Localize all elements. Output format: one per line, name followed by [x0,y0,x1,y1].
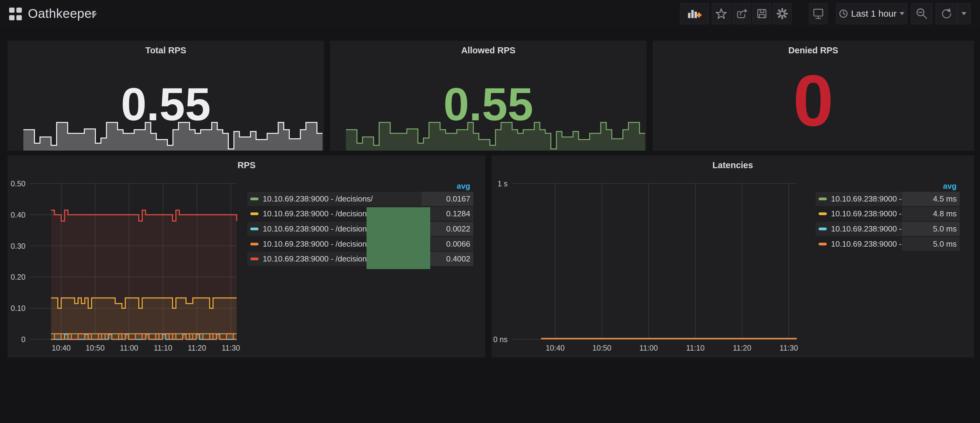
legend-swatch-icon[interactable] [250,243,258,246]
y-axis-label: 0 [0,336,25,343]
cycle-view-mode-button[interactable] [809,3,828,24]
legend-swatch-icon[interactable] [250,212,258,215]
y-axis-label: 0.30 [0,242,25,250]
y-axis-label: 0 ns [474,336,508,343]
time-range-label: Last 1 hour [851,8,897,19]
legend-series-avg: 4.5 ms [902,192,960,206]
legend-series-avg: 4.8 ms [902,207,960,221]
legend-swatch-icon[interactable] [819,228,827,230]
graph-panel-latencies: Latencies 0 ns1 s10:4010:5011:0011:1011:… [492,155,974,358]
add-panel-button[interactable] [680,3,709,24]
stat-panel-total-rps: Total RPS 0.55 [8,41,324,151]
zoom-out-icon [916,8,928,20]
legend-row: 10.10.69.238:9000 - /decisions/0.1284 [247,207,473,221]
legend-row: 10.10.69.238:9000 - /decisions/0.0167 [247,192,473,206]
panel-title[interactable]: Denied RPS [652,46,974,55]
legend-series-name[interactable]: 10.10.69.238:9000 - p99 [831,224,902,234]
dashboard-title[interactable]: Oathkeeper [28,6,96,21]
legend-row: 10.10.69.238:9000 - /decisions/0.4002 [247,252,473,266]
share-dashboard-button[interactable] [732,3,751,24]
legend-swatch-icon[interactable] [819,243,827,246]
panel-title[interactable]: Allowed RPS [330,46,647,55]
refresh-icon [941,8,952,19]
stat-panel-denied-rps: Denied RPS 0 [652,41,974,151]
legend-series-avg: 5.0 ms [902,222,960,236]
x-axis-label: 10:40 [534,344,576,352]
y-axis-label: 0.20 [0,273,25,281]
legend-swatch-icon[interactable] [250,228,258,230]
legend-row: 10.10.69.238:9000 - p1005.0 ms [816,237,960,251]
legend-overlay-artifact [366,207,430,269]
x-axis-label: 11:00 [627,344,670,352]
legend-row: 10.10.69.238:9000 - /decisions/0.0066 [247,237,473,251]
y-axis-label: 1 s [474,180,508,188]
legend-swatch-icon[interactable] [250,258,258,260]
y-axis-label: 0.40 [0,211,25,219]
time-range-caret-icon [900,12,904,15]
stat-value: 0 [652,64,974,137]
sparkline [346,112,645,151]
zoom-out-time-button[interactable] [911,3,932,24]
time-range-picker[interactable]: Last 1 hour [836,3,907,24]
x-axis-label: 11:30 [210,344,252,352]
save-icon [756,8,768,19]
refresh-caret-icon [961,12,966,15]
save-dashboard-button[interactable] [752,3,771,24]
monitor-icon [812,8,824,20]
legend-avg-header[interactable]: avg [247,182,470,191]
refresh-dashboard-button[interactable] [936,3,958,24]
legend-row: 10.10.69.238:9000 - /decisions/0.0022 [247,222,473,236]
dashboard-title-caret-icon[interactable] [91,13,97,17]
add-panel-icon [687,8,702,20]
y-axis-label: 0.50 [0,180,25,188]
legend-series-name[interactable]: 10.10.69.238:9000 - /decisions/ [263,194,422,204]
legend-swatch-icon[interactable] [250,198,258,200]
y-axis-label: 0.10 [0,304,25,312]
x-axis-label: 11:20 [721,344,764,352]
legend-avg-header[interactable]: avg [816,182,957,191]
legend-series-avg: 0.0167 [422,192,473,206]
legend-series-name[interactable]: 10.10.69.238:9000 - p90 [831,194,902,204]
share-icon [735,8,748,20]
top-nav-bar: Oathkeeper [0,0,980,28]
legend-swatch-icon[interactable] [819,212,827,215]
dashboards-grid-icon[interactable] [9,8,22,20]
legend-row: 10.10.69.238:9000 - p904.5 ms [816,192,960,206]
legend-series-avg: 5.0 ms [902,237,960,251]
sparkline [23,112,323,151]
panel-title[interactable]: Total RPS [8,46,324,55]
legend-row: 10.10.69.238:9000 - p954.8 ms [816,207,960,221]
star-icon [716,8,727,19]
legend-series-name[interactable]: 10.10.69.238:9000 - p95 [831,209,902,219]
x-axis-label: 11:30 [768,344,810,352]
refresh-interval-dropdown[interactable] [957,3,970,24]
legend-row: 10.10.69.238:9000 - p995.0 ms [816,222,960,236]
stat-panel-allowed-rps: Allowed RPS 0.55 [330,41,647,151]
x-axis-label: 11:10 [674,344,717,352]
mark-favorite-button[interactable] [712,3,730,24]
legend-series-name[interactable]: 10.10.69.238:9000 - p100 [831,239,902,249]
clock-icon [839,9,848,18]
gear-icon [776,8,788,20]
grafana-dashboard: { "nav": { "title": "Oathkeeper", "toolb… [0,0,980,423]
legend-swatch-icon[interactable] [819,198,827,200]
dashboard-settings-button[interactable] [773,3,792,24]
x-axis-label: 10:50 [581,344,623,352]
